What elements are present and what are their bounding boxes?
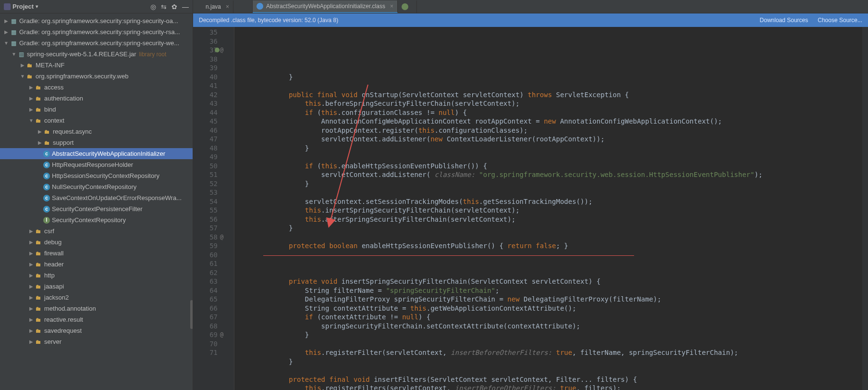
code-line[interactable]: this.afterSpringSecurityFilterChain(serv… — [240, 215, 868, 224]
line-number[interactable]: 69 — [193, 330, 232, 340]
gutter[interactable]: 353637@383940414243444546474849505152535… — [193, 27, 234, 390]
line-number[interactable]: 62 — [193, 268, 232, 277]
editor-tab[interactable]: n.java× — [193, 0, 233, 13]
tree-item[interactable]: ▶▦Gradle: org.springframework.security:s… — [0, 26, 193, 38]
line-number[interactable]: 67 — [193, 313, 232, 322]
tree-item[interactable]: ▶🖿debug — [0, 237, 193, 248]
code-editor[interactable]: 353637@383940414243444546474849505152535… — [193, 27, 868, 390]
sidebar-title[interactable]: Project — [12, 3, 34, 10]
chevron-right-icon[interactable]: ▶ — [28, 237, 35, 248]
chevron-right-icon[interactable]: ▶ — [37, 126, 43, 137]
line-number[interactable]: 46 — [193, 126, 232, 135]
chevron-right-icon[interactable]: ▶ — [28, 270, 35, 281]
code-line[interactable]: protected final void insertFilters(Servl… — [240, 375, 868, 384]
chevron-down-icon[interactable]: ▼ — [19, 71, 26, 82]
line-number[interactable]: 42 — [193, 90, 232, 100]
code-line[interactable]: } — [240, 224, 868, 233]
code-line[interactable]: } — [240, 179, 868, 189]
line-number[interactable]: 57 — [193, 224, 232, 233]
line-number[interactable]: 50 — [193, 162, 232, 171]
tree-item[interactable]: ▶🖿request.async — [0, 126, 193, 137]
code-line[interactable]: DelegatingFilterProxy springSecurityFilt… — [240, 295, 868, 304]
code-line[interactable]: servletContext.setSessionTrackingModes(t… — [240, 197, 868, 206]
line-number[interactable]: 66 — [193, 304, 232, 313]
line-number[interactable]: 58 — [193, 233, 232, 242]
tree-item[interactable]: ▶🖿reactive.result — [0, 314, 193, 325]
code-line[interactable]: AnnotationConfigWebApplicationContext ro… — [240, 117, 868, 126]
chevron-down-icon[interactable]: ▼ — [3, 38, 10, 49]
tree-item[interactable]: ▶🖿bind — [0, 104, 193, 115]
code-line[interactable]: servletContext.addListener( className: "… — [240, 170, 868, 179]
tree-item[interactable]: ISecurityContextRepository — [0, 214, 193, 226]
editor-tab[interactable]: AbstractSecurityWebApplicationInitialize… — [253, 0, 398, 13]
tree-item[interactable]: ▶🖿method.annotation — [0, 303, 193, 314]
line-number[interactable]: 36 — [193, 37, 232, 46]
code-line[interactable]: springSecurityFilterChain.setContextAttr… — [240, 322, 868, 331]
code-line[interactable] — [240, 366, 868, 375]
line-number[interactable]: 38 — [193, 55, 232, 64]
line-number[interactable]: 54 — [193, 197, 232, 206]
code-line[interactable] — [240, 188, 868, 197]
tree-item[interactable]: cAbstractSecurityWebApplicationInitializ… — [0, 148, 193, 159]
line-number[interactable]: 45 — [193, 117, 232, 126]
filter-icon[interactable]: ⇆ — [161, 3, 167, 11]
chevron-right-icon[interactable]: ▶ — [28, 248, 35, 259]
chevron-right-icon[interactable]: ▶ — [28, 292, 35, 303]
tree-item[interactable]: ▶🖿csrf — [0, 226, 193, 237]
minimize-icon[interactable]: — — [182, 3, 189, 11]
line-number[interactable]: 39 — [193, 63, 232, 73]
line-number[interactable]: 51 — [193, 170, 232, 179]
line-number[interactable]: 40 — [193, 73, 232, 82]
chevron-right-icon[interactable]: ▶ — [28, 281, 35, 292]
tree-item[interactable]: ▶🖿jaasapi — [0, 281, 193, 292]
chevron-right-icon[interactable]: ▶ — [28, 315, 35, 325]
line-number[interactable]: 59 — [193, 241, 232, 251]
target-icon[interactable]: ◎ — [150, 3, 156, 11]
line-number[interactable]: 43 — [193, 99, 232, 108]
code-line[interactable] — [240, 81, 868, 90]
line-number[interactable]: 53 — [193, 188, 232, 197]
tree-item[interactable]: ▶🖿firewall — [0, 248, 193, 259]
choose-sources-link[interactable]: Choose Source... — [818, 17, 862, 24]
code-line[interactable]: this.registerFilter(servletContext, inse… — [240, 348, 868, 357]
line-number[interactable]: 35 — [193, 28, 232, 37]
line-number[interactable]: 49 — [193, 152, 232, 162]
chevron-right-icon[interactable]: ▶ — [3, 27, 10, 38]
close-icon[interactable]: × — [390, 3, 393, 10]
code-body[interactable]: } public final void onStartup(ServletCon… — [234, 27, 868, 390]
code-line[interactable] — [240, 268, 868, 277]
tree-item[interactable]: ▶🖿jackson2 — [0, 292, 193, 303]
chevron-right-icon[interactable]: ▶ — [28, 104, 35, 115]
code-line[interactable] — [240, 251, 868, 260]
tree-item[interactable]: ▶🖿META-INF — [0, 60, 193, 71]
code-line[interactable]: String filterName = "springSecurityFilte… — [240, 286, 868, 295]
chevron-right-icon[interactable]: ▶ — [28, 226, 35, 237]
gear-icon[interactable]: ✿ — [171, 3, 177, 11]
chevron-right-icon[interactable]: ▶ — [28, 303, 35, 314]
line-number[interactable]: 63 — [193, 277, 232, 286]
chevron-down-icon[interactable]: ▾ — [36, 3, 38, 10]
code-line[interactable]: } — [240, 330, 868, 340]
chevron-right-icon[interactable]: ▶ — [28, 93, 35, 104]
tree-item[interactable]: ▶🖿http — [0, 270, 193, 281]
line-number[interactable]: 70 — [193, 340, 232, 349]
tree-item[interactable]: ▶🖿access — [0, 82, 193, 93]
line-number[interactable]: 37 — [193, 46, 232, 55]
line-number[interactable]: 47 — [193, 135, 232, 144]
tree-item[interactable]: ▶🖿support — [0, 137, 193, 148]
code-line[interactable] — [240, 259, 868, 268]
tree-item[interactable]: ▶🖿server — [0, 336, 193, 347]
chevron-right-icon[interactable]: ▶ — [3, 16, 10, 26]
line-number[interactable]: 44 — [193, 108, 232, 117]
code-line[interactable]: private void insertSpringSecurityFilterC… — [240, 277, 868, 286]
line-number[interactable]: 65 — [193, 295, 232, 304]
chevron-right-icon[interactable]: ▶ — [28, 259, 35, 270]
chevron-down-icon[interactable]: ▼ — [28, 115, 35, 126]
code-line[interactable]: public final void onStartup(ServletConte… — [240, 90, 868, 100]
tree-item[interactable]: cSaveContextOnUpdateOrErrorResponseWra..… — [0, 192, 193, 203]
chevron-right-icon[interactable]: ▶ — [28, 337, 35, 347]
tree-item[interactable]: ▼▦Gradle: org.springframework.security:s… — [0, 38, 193, 49]
code-line[interactable]: this.insertSpringSecurityFilterChain(ser… — [240, 206, 868, 215]
line-number[interactable]: 68 — [193, 322, 232, 331]
chevron-right-icon[interactable]: ▶ — [37, 138, 43, 148]
